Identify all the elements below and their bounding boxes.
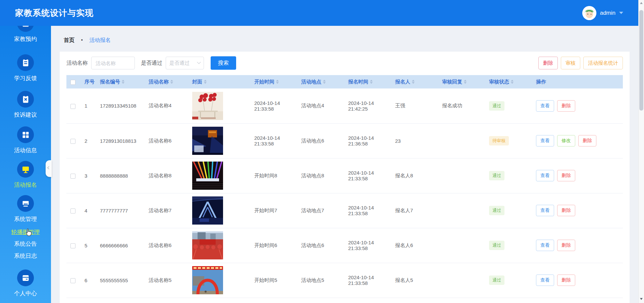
cell-checkbox bbox=[66, 193, 80, 228]
cover-image bbox=[192, 231, 223, 259]
sort-icon[interactable] bbox=[170, 80, 173, 84]
sort-desc-icon bbox=[276, 82, 279, 84]
cell-actions: 查看修改删除 bbox=[532, 123, 623, 158]
sort-icon[interactable] bbox=[323, 80, 326, 84]
column-header: 活动地点 bbox=[297, 75, 344, 88]
user-menu[interactable]: admin bbox=[582, 0, 623, 26]
scroll-down-icon[interactable] bbox=[640, 298, 643, 300]
sort-icon[interactable] bbox=[511, 80, 514, 84]
sort-asc-icon bbox=[370, 80, 373, 81]
sort-asc-icon bbox=[464, 80, 467, 81]
view-button[interactable]: 查看 bbox=[536, 205, 554, 216]
status-badge: 通过 bbox=[489, 241, 504, 250]
sidebar-item-system-manage[interactable]: 系统管理 bbox=[14, 195, 37, 223]
scroll-up-icon[interactable] bbox=[640, 2, 643, 4]
signup-table: 序号报名编号活动名称封面开始时间活动地点报名时间报名人审核回复审核状态操作 11… bbox=[66, 75, 623, 298]
cell-signup-time: 2024-10-14 21:33:58 bbox=[344, 228, 391, 263]
select-all-checkbox[interactable] bbox=[70, 80, 75, 85]
cell-cover bbox=[188, 123, 250, 158]
row-checkbox[interactable] bbox=[70, 243, 75, 248]
column-header: 报名时间 bbox=[344, 75, 391, 88]
column-label: 报名人 bbox=[395, 79, 410, 84]
column-header: 审核状态 bbox=[485, 75, 532, 88]
sidebar-collapse-handle[interactable] bbox=[46, 160, 52, 177]
top-header: 家教系统设计与实现 admin bbox=[0, 0, 644, 26]
cell-reply: 报名成功 bbox=[438, 88, 485, 123]
cover-image bbox=[192, 266, 223, 294]
column-header: 序号 bbox=[80, 75, 96, 88]
sidebar-item-personal-center[interactable]: 个人中心 bbox=[14, 269, 37, 297]
sidebar-item-label: 学习反馈 bbox=[14, 74, 37, 82]
delete-button[interactable]: 删除 bbox=[538, 57, 558, 69]
breadcrumb: 首页 ● 活动报名 bbox=[64, 37, 630, 44]
sort-icon[interactable] bbox=[464, 80, 467, 84]
delete-button[interactable]: 删除 bbox=[557, 240, 575, 251]
breadcrumb-current[interactable]: 活动报名 bbox=[89, 37, 111, 43]
table-row: 21728913018813活动名称62024-10-14 21:33:58活动… bbox=[66, 123, 623, 158]
cell-reply bbox=[438, 123, 485, 158]
stats-button[interactable]: 活动报名统计 bbox=[583, 57, 623, 69]
cell-code: 7777777777 bbox=[96, 193, 145, 228]
edit-button[interactable]: 修改 bbox=[557, 135, 575, 146]
cell-reply bbox=[438, 158, 485, 193]
row-checkbox[interactable] bbox=[70, 278, 75, 283]
sidebar-item-label: 活动报名 bbox=[14, 181, 37, 189]
sort-desc-icon bbox=[122, 82, 124, 84]
sidebar-item-study-feedback[interactable]: 学习反馈 bbox=[14, 54, 37, 82]
table-row: 56666666666活动名称6开始时间6活动地点62024-10-14 21:… bbox=[66, 228, 623, 263]
column-label: 封面 bbox=[192, 79, 202, 84]
delete-button[interactable]: 删除 bbox=[557, 170, 575, 181]
delete-button[interactable]: 删除 bbox=[557, 275, 575, 286]
audit-button[interactable]: 审核 bbox=[561, 57, 580, 69]
view-button[interactable]: 查看 bbox=[536, 240, 554, 251]
sort-icon[interactable] bbox=[204, 80, 207, 84]
sort-icon[interactable] bbox=[276, 80, 279, 84]
sidebar-item-activity-signup[interactable]: 活动报名 bbox=[14, 161, 37, 189]
view-button[interactable]: 查看 bbox=[536, 275, 554, 286]
cell-index: 5 bbox=[80, 228, 96, 263]
grid-icon bbox=[17, 126, 34, 143]
view-button[interactable]: 查看 bbox=[536, 135, 554, 146]
scrollbar-thumb[interactable] bbox=[639, 10, 643, 111]
cell-actions: 查看删除 bbox=[532, 158, 623, 193]
column-header: 报名人 bbox=[391, 75, 438, 88]
delete-button[interactable]: 删除 bbox=[557, 205, 575, 216]
cover-image bbox=[192, 162, 223, 190]
sidebar-item-label: 个人中心 bbox=[14, 290, 37, 297]
delete-button[interactable]: 删除 bbox=[557, 100, 575, 112]
sidebar-item-system-notice[interactable]: 系统公告 bbox=[14, 241, 37, 247]
sidebar-item-label: 投诉建议 bbox=[14, 111, 37, 119]
row-checkbox[interactable] bbox=[70, 139, 75, 144]
row-checkbox[interactable] bbox=[70, 174, 75, 179]
status-badge: 通过 bbox=[489, 171, 504, 180]
scrollbar[interactable] bbox=[638, 0, 644, 303]
cell-start-time: 开始时间7 bbox=[250, 193, 297, 228]
sort-icon[interactable] bbox=[412, 80, 415, 84]
cell-actions: 查看删除 bbox=[532, 263, 623, 298]
column-header: 开始时间 bbox=[250, 75, 297, 88]
column-label: 报名时间 bbox=[348, 79, 368, 84]
breadcrumb-home[interactable]: 首页 bbox=[64, 37, 74, 43]
feedback-icon bbox=[17, 54, 34, 71]
view-button[interactable]: 查看 bbox=[536, 100, 554, 112]
sidebar-item-tutor-booking[interactable]: 家教预约 bbox=[14, 26, 37, 43]
row-checkbox[interactable] bbox=[70, 104, 75, 109]
sort-icon[interactable] bbox=[122, 80, 124, 84]
pass-select[interactable]: 是否通过 bbox=[166, 57, 204, 69]
status-badge: 通过 bbox=[489, 101, 504, 111]
cell-reply bbox=[438, 263, 485, 298]
cell-code: 8888888888 bbox=[96, 158, 145, 193]
column-header: 审核回复 bbox=[438, 75, 485, 88]
sidebar-item-complaint-suggestion[interactable]: 投诉建议 bbox=[14, 91, 37, 119]
sidebar-item-system-log[interactable]: 系统日志 bbox=[14, 253, 37, 259]
sidebar-item-activity-info[interactable]: 活动信息 bbox=[14, 126, 37, 154]
table-row: 65555555555活动名称5开始时间5活动地点52024-10-14 21:… bbox=[66, 263, 623, 298]
view-button[interactable]: 查看 bbox=[536, 170, 554, 181]
search-button[interactable]: 搜索 bbox=[211, 56, 236, 70]
table-row: 47777777777活动名称7开始时间7活动地点72024-10-14 21:… bbox=[66, 193, 623, 228]
sort-icon[interactable] bbox=[370, 80, 373, 84]
chevron-down-icon bbox=[197, 60, 201, 64]
delete-button[interactable]: 删除 bbox=[578, 135, 596, 146]
activity-name-input[interactable] bbox=[91, 57, 135, 69]
row-checkbox[interactable] bbox=[70, 208, 75, 214]
